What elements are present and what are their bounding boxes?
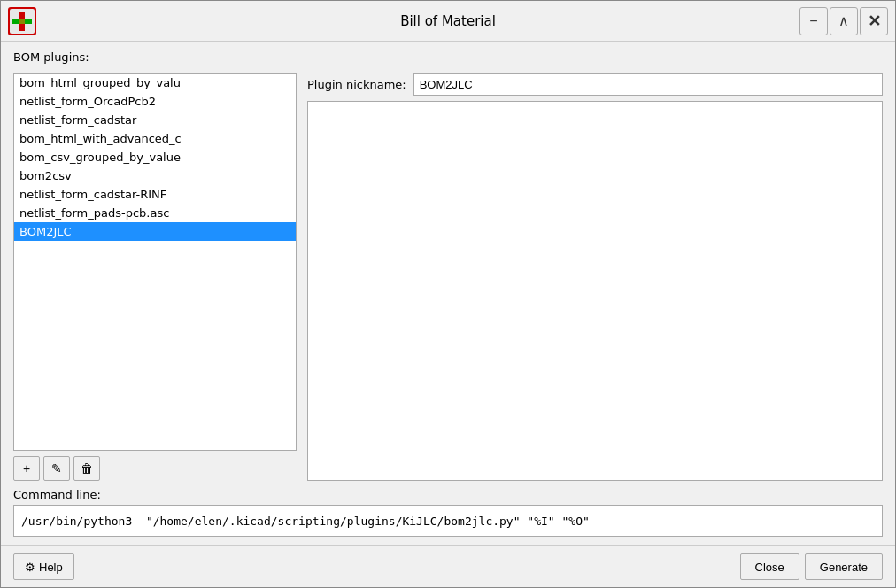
list-item[interactable]: bom2csv bbox=[14, 166, 296, 185]
content-area: BOM plugins: bom_html_grouped_by_valunet… bbox=[1, 42, 895, 545]
command-line-label: Command line: bbox=[13, 488, 883, 501]
svg-rect-3 bbox=[19, 19, 25, 24]
bottom-right-buttons: Close Generate bbox=[740, 553, 883, 580]
right-panel: Plugin nickname: bbox=[307, 73, 883, 481]
add-icon: + bbox=[23, 461, 30, 476]
main-row: bom_html_grouped_by_valunetlist_form_Orc… bbox=[13, 73, 883, 481]
command-line-section: Command line: bbox=[13, 488, 883, 537]
minimize-button[interactable]: − bbox=[799, 7, 828, 35]
bom-plugins-label: BOM plugins: bbox=[13, 50, 883, 64]
titlebar: Bill of Material − ∧ ✕ bbox=[1, 1, 895, 42]
plugin-actions: + ✎ 🗑 bbox=[13, 456, 297, 481]
main-window: Bill of Material − ∧ ✕ BOM plugins: bom_… bbox=[0, 0, 896, 588]
titlebar-buttons: − ∧ ✕ bbox=[799, 7, 888, 35]
nickname-input[interactable] bbox=[413, 73, 883, 96]
delete-plugin-button[interactable]: 🗑 bbox=[73, 456, 100, 481]
left-panel: bom_html_grouped_by_valunetlist_form_Orc… bbox=[13, 73, 297, 481]
restore-icon: ∧ bbox=[838, 12, 849, 29]
help-icon: ⚙ bbox=[25, 561, 35, 574]
list-item[interactable]: netlist_form_cadstar bbox=[14, 111, 296, 129]
list-item[interactable]: netlist_form_cadstar-RINF bbox=[14, 185, 296, 204]
generate-button[interactable]: Generate bbox=[805, 553, 883, 580]
titlebar-left bbox=[8, 7, 36, 35]
nickname-row: Plugin nickname: bbox=[307, 73, 883, 96]
plugin-list-container: bom_html_grouped_by_valunetlist_form_Orc… bbox=[13, 73, 297, 451]
description-area[interactable] bbox=[307, 101, 883, 481]
close-button[interactable]: Close bbox=[740, 553, 799, 580]
help-button[interactable]: ⚙ Help bbox=[13, 553, 74, 580]
list-item[interactable]: netlist_form_OrcadPcb2 bbox=[14, 92, 296, 111]
close-window-button[interactable]: ✕ bbox=[860, 7, 888, 35]
nickname-label: Plugin nickname: bbox=[307, 78, 406, 91]
bottom-bar: ⚙ Help Close Generate bbox=[1, 545, 895, 587]
list-item[interactable]: BOM2JLC bbox=[14, 222, 296, 241]
list-item[interactable]: bom_html_with_advanced_c bbox=[14, 129, 296, 148]
command-line-input[interactable] bbox=[13, 505, 883, 537]
app-icon bbox=[8, 7, 36, 35]
plugin-list: bom_html_grouped_by_valunetlist_form_Orc… bbox=[14, 74, 296, 450]
help-label: Help bbox=[39, 561, 63, 574]
restore-button[interactable]: ∧ bbox=[830, 7, 858, 35]
list-item[interactable]: bom_html_grouped_by_valu bbox=[14, 74, 296, 92]
add-plugin-button[interactable]: + bbox=[13, 456, 40, 481]
minimize-icon: − bbox=[809, 13, 817, 29]
app-icon-svg bbox=[10, 9, 35, 34]
list-item[interactable]: bom_csv_grouped_by_value bbox=[14, 148, 296, 166]
window-title: Bill of Material bbox=[400, 13, 496, 29]
list-item[interactable]: netlist_form_pads-pcb.asc bbox=[14, 204, 296, 222]
edit-icon: ✎ bbox=[51, 461, 62, 476]
delete-icon: 🗑 bbox=[81, 461, 93, 476]
close-icon: ✕ bbox=[868, 12, 881, 31]
edit-plugin-button[interactable]: ✎ bbox=[43, 456, 70, 481]
